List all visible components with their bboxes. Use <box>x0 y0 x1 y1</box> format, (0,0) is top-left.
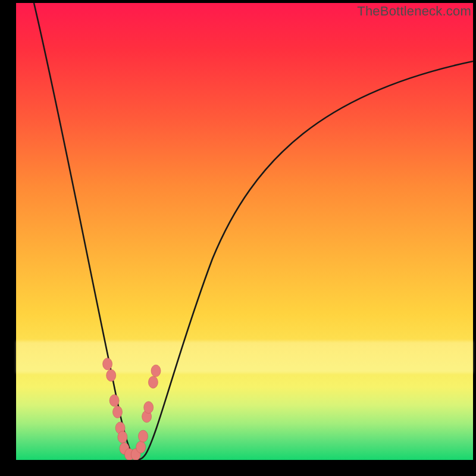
data-marker <box>103 358 112 370</box>
marker-group <box>103 358 161 460</box>
data-marker <box>136 441 146 453</box>
chart-frame: TheBottleneck.com <box>0 0 476 476</box>
data-marker <box>144 402 154 414</box>
bottleneck-curve <box>34 3 473 459</box>
plot-area <box>16 3 473 460</box>
data-marker <box>107 369 116 381</box>
data-marker <box>148 376 158 388</box>
data-marker <box>118 431 127 443</box>
watermark-text: TheBottleneck.com <box>357 4 471 19</box>
data-marker <box>151 365 161 377</box>
curve-layer <box>16 3 473 460</box>
data-marker <box>113 406 123 418</box>
data-marker <box>139 430 148 442</box>
data-marker <box>109 394 119 406</box>
